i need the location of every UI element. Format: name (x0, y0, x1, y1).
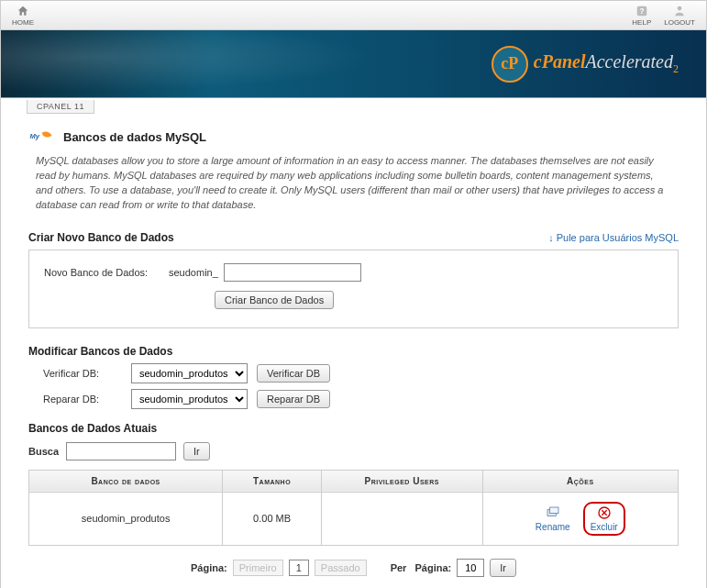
banner-accel-text: Accelerated (586, 51, 674, 72)
logout-icon (673, 5, 686, 17)
modify-section-title: Modificar Bancos de Dados (28, 345, 679, 358)
breadcrumb[interactable]: CPANEL 11 (27, 100, 94, 114)
col-users: Privileged Users (321, 470, 482, 492)
check-db-button[interactable]: Verificar DB (257, 364, 330, 383)
col-size: Tamanho (223, 470, 322, 492)
svg-text:My: My (30, 132, 40, 140)
databases-table: Banco de dados Tamanho Privileged Users … (28, 470, 679, 546)
jump-users-link[interactable]: Pule para Usuários MySQL (548, 232, 679, 243)
banner-cpanel-text: cPanel (534, 51, 586, 72)
rename-label: Rename (536, 522, 570, 532)
home-link[interactable]: HOME (12, 5, 34, 27)
pager-current[interactable]: 1 (289, 560, 309, 576)
banner: cP cPanelAccelerated2 (1, 30, 706, 98)
pager-per-label: Per Página: (391, 562, 452, 573)
table-row: seudomin_produtos 0.00 MB Rename (29, 492, 679, 545)
rename-icon (546, 505, 560, 520)
help-icon: ? (635, 5, 648, 17)
help-label: HELP (632, 18, 651, 27)
pager-last: Passado (315, 560, 367, 576)
search-go-button[interactable]: Ir (183, 442, 210, 460)
pager-per-input[interactable] (457, 559, 484, 577)
logout-link[interactable]: LOGOUT (664, 5, 695, 27)
cell-size: 0.00 MB (223, 492, 322, 545)
check-db-label: Verificar DB: (43, 368, 122, 379)
repair-db-select[interactable]: seudomin_produtos (131, 389, 248, 409)
pager: Página: Primeiro 1 Passado Per Página: I… (28, 559, 679, 577)
top-bar: HOME ? HELP LOGOUT (1, 1, 706, 30)
page-title: Bancos de dados MySQL (63, 130, 206, 144)
create-db-button[interactable]: Criar Banco de Dados (215, 291, 334, 309)
cell-users (321, 492, 482, 545)
col-db: Banco de dados (29, 470, 223, 492)
delete-icon (597, 505, 612, 520)
create-section-title: Criar Novo Banco de Dados (28, 231, 174, 244)
home-label: HOME (12, 18, 34, 27)
home-icon (17, 5, 29, 17)
help-link[interactable]: ? HELP (632, 5, 651, 27)
db-prefix: seudomin_ (169, 267, 218, 278)
col-actions: Ações (482, 470, 678, 492)
rename-button[interactable]: Rename (536, 505, 570, 532)
check-db-select[interactable]: seudomin_produtos (131, 363, 248, 383)
repair-db-button[interactable]: Reparar DB (257, 390, 330, 408)
new-db-label: Novo Banco de Dados: (44, 267, 163, 278)
search-label: Busca (28, 446, 59, 457)
svg-point-2 (678, 6, 682, 10)
current-section-title: Bancos de Dados Atuais (28, 422, 679, 435)
pager-page-label: Página: (191, 562, 227, 573)
mysql-icon: My (28, 128, 56, 145)
pager-go-button[interactable]: Ir (490, 559, 516, 577)
pager-first: Primeiro (233, 560, 283, 576)
repair-db-label: Reparar DB: (43, 394, 122, 405)
cpanel-logo-icon: cP (492, 46, 528, 83)
delete-label: Excluir (591, 522, 618, 532)
cell-db: seudomin_produtos (29, 492, 223, 545)
logout-label: LOGOUT (664, 18, 695, 27)
delete-button[interactable]: Excluir (591, 505, 618, 532)
search-input[interactable] (66, 442, 176, 460)
banner-sub: 2 (673, 62, 679, 75)
new-db-input[interactable] (224, 263, 361, 282)
intro-text: MySQL databases allow you to store a lar… (36, 154, 671, 213)
svg-rect-5 (549, 507, 558, 514)
svg-text:?: ? (639, 6, 644, 15)
create-db-box: Novo Banco de Dados: seudomin_ Criar Ban… (28, 250, 679, 328)
